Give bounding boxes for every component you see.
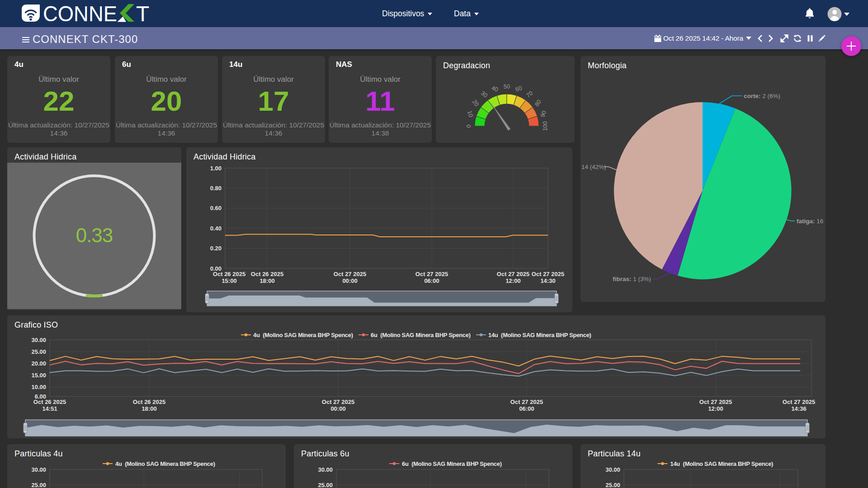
svg-text:12:00: 12:00 xyxy=(708,405,723,412)
svg-text:30.00: 30.00 xyxy=(605,466,620,473)
svg-text:0.60: 0.60 xyxy=(210,205,222,211)
svg-text:15.00: 15.00 xyxy=(31,372,46,379)
svg-text:14:51: 14:51 xyxy=(42,405,57,412)
svg-text:Oct 27 2025: Oct 27 2025 xyxy=(532,271,564,277)
svg-text:Oct 26 2025: Oct 26 2025 xyxy=(33,399,66,405)
svg-text:00:00: 00:00 xyxy=(330,405,345,412)
svg-text:corte: 2 (6%): corte: 2 (6%) xyxy=(744,93,780,99)
svg-text:10.00: 10.00 xyxy=(31,384,46,390)
svg-text:Oct 27 2025: Oct 27 2025 xyxy=(510,399,543,405)
svg-text:12:00: 12:00 xyxy=(505,277,520,284)
svg-text:Oct 27 2025: Oct 27 2025 xyxy=(699,399,732,405)
svg-text:0: 0 xyxy=(465,124,472,127)
svg-text:Oct 26 2025: Oct 26 2025 xyxy=(251,271,283,277)
svg-text:25.00: 25.00 xyxy=(31,482,46,488)
svg-text:60: 60 xyxy=(514,84,523,93)
svg-text:100: 100 xyxy=(542,121,548,131)
svg-text:20.00: 20.00 xyxy=(31,360,46,367)
svg-text:25.00: 25.00 xyxy=(31,348,46,355)
svg-text:fatiga: 16: fatiga: 16 xyxy=(797,218,823,225)
svg-text:25.00: 25.00 xyxy=(605,482,620,488)
svg-text:14u (Molino SAG Minera BHP Sp: 14u (Molino SAG Minera BHP Spence) xyxy=(670,460,774,467)
svg-text:fibras: 1 (3%): fibras: 1 (3%) xyxy=(613,276,651,282)
svg-text:30: 30 xyxy=(480,89,489,99)
svg-text:20: 20 xyxy=(471,99,481,108)
svg-text:06:00: 06:00 xyxy=(424,277,439,284)
svg-text:0.40: 0.40 xyxy=(210,225,222,232)
svg-text:80: 80 xyxy=(533,99,542,108)
svg-text:0.33: 0.33 xyxy=(76,224,113,246)
svg-text:90: 90 xyxy=(539,110,547,118)
svg-text:30.00: 30.00 xyxy=(31,466,46,473)
svg-text:Oct 27 2025: Oct 27 2025 xyxy=(334,271,366,277)
svg-text:T: T xyxy=(136,2,149,26)
svg-text:06:00: 06:00 xyxy=(519,405,534,412)
svg-text:40: 40 xyxy=(491,84,499,93)
svg-text:70: 70 xyxy=(525,89,534,99)
svg-text:15:00: 15:00 xyxy=(222,277,236,284)
svg-text:10: 10 xyxy=(466,110,475,118)
svg-text:4u (Molino SAG Minera BHP Spe: 4u (Molino SAG Minera BHP Spence) xyxy=(253,332,353,338)
svg-text:18:00: 18:00 xyxy=(142,405,156,412)
svg-text:1.00: 1.00 xyxy=(210,165,222,172)
svg-text:6u (Molino SAG Minera BHP Spe: 6u (Molino SAG Minera BHP Spence) xyxy=(371,332,471,338)
svg-text:Oct 27 2025: Oct 27 2025 xyxy=(322,399,354,405)
svg-text:18:00: 18:00 xyxy=(259,277,274,284)
svg-text:Oct 27 2025: Oct 27 2025 xyxy=(415,271,448,277)
svg-text:6u (Molino SAG Minera BHP Spe: 6u (Molino SAG Minera BHP Spence) xyxy=(402,460,502,467)
svg-text:14u (Molino SAG Minera BHP Sp: 14u (Molino SAG Minera BHP Spence) xyxy=(488,332,591,338)
svg-text:Oct 26 2025: Oct 26 2025 xyxy=(133,399,165,405)
svg-text:50: 50 xyxy=(504,83,510,90)
svg-text:14:36: 14:36 xyxy=(791,405,806,412)
svg-text:CONNE: CONNE xyxy=(43,2,117,26)
svg-text:Oct 27 2025: Oct 27 2025 xyxy=(783,399,815,405)
svg-text:14:30: 14:30 xyxy=(540,277,555,284)
svg-text:Oct 26 2025: Oct 26 2025 xyxy=(213,271,245,277)
svg-text:4u (Molino SAG Minera BHP Spe: 4u (Molino SAG Minera BHP Spence) xyxy=(115,460,215,467)
svg-text:30.00: 30.00 xyxy=(318,466,333,473)
svg-text:25.00: 25.00 xyxy=(318,482,333,488)
svg-text:30.00: 30.00 xyxy=(31,337,46,343)
svg-text:00:00: 00:00 xyxy=(342,277,357,284)
svg-text:0.80: 0.80 xyxy=(210,185,222,192)
svg-text:Oct 27 2025: Oct 27 2025 xyxy=(497,271,529,277)
svg-text:14 (42%): 14 (42%) xyxy=(581,164,606,170)
svg-text:0.20: 0.20 xyxy=(210,245,222,252)
